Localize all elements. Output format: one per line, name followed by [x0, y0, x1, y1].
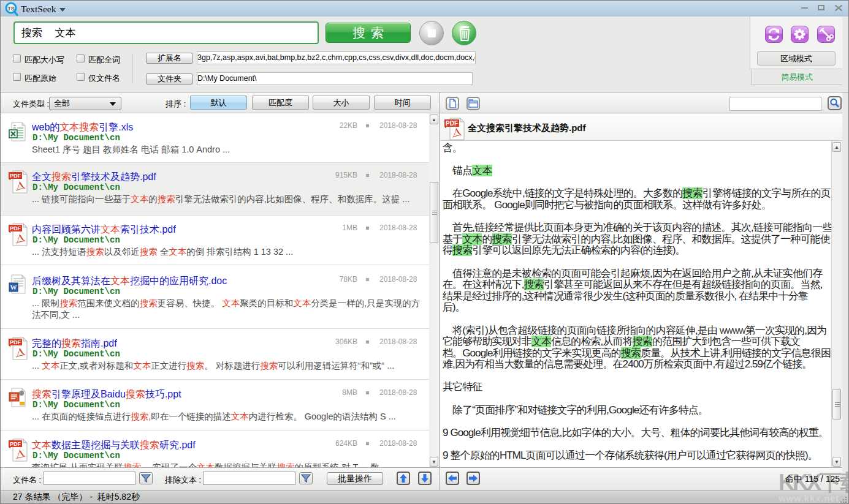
svg-text:W: W [10, 284, 17, 291]
svg-text:PDF: PDF [446, 120, 458, 127]
svg-text:TS: TS [7, 6, 15, 12]
